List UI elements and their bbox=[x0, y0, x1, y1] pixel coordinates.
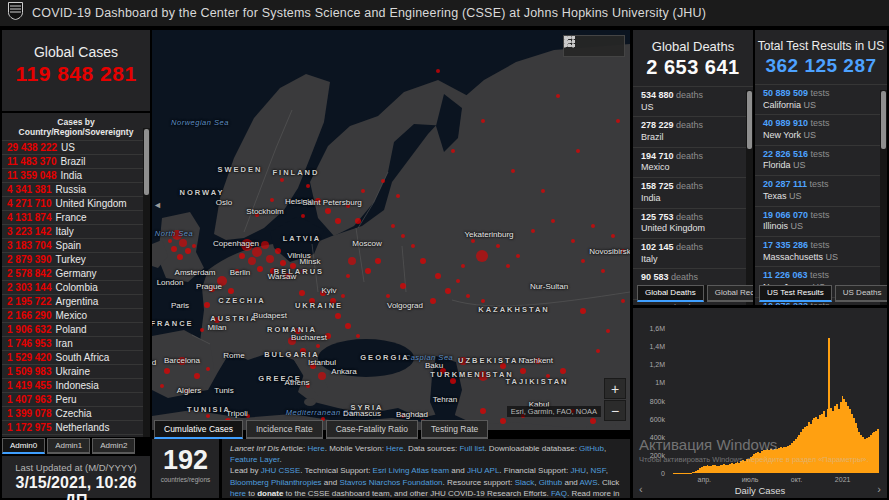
info-link[interactable]: JHU APL bbox=[467, 466, 499, 475]
case-dot[interactable] bbox=[601, 269, 605, 273]
death-row[interactable]: 102 145 deathsItaly bbox=[633, 238, 753, 268]
case-dot[interactable] bbox=[531, 229, 535, 233]
case-dot[interactable] bbox=[318, 372, 326, 380]
info-link[interactable]: Feature Layer bbox=[230, 455, 279, 464]
deaths-tab-global-recovered[interactable]: Global Recovered bbox=[707, 285, 753, 302]
chart-prev-arrow[interactable]: ‹ bbox=[639, 483, 643, 495]
case-dot[interactable] bbox=[179, 239, 187, 247]
case-row[interactable]: 4 131 874France bbox=[2, 210, 150, 224]
case-dot[interactable] bbox=[576, 149, 580, 153]
case-row[interactable]: 1 509 983Ukraine bbox=[2, 364, 150, 378]
case-dot[interactable] bbox=[261, 241, 269, 249]
case-dot[interactable] bbox=[356, 334, 360, 338]
case-dot[interactable] bbox=[248, 257, 256, 265]
case-dot[interactable] bbox=[621, 299, 625, 303]
case-dot[interactable] bbox=[177, 254, 183, 260]
case-row[interactable]: 1 399 078Czechia bbox=[2, 406, 150, 420]
case-dot[interactable] bbox=[345, 323, 351, 329]
case-dot[interactable] bbox=[280, 260, 286, 266]
case-dot[interactable] bbox=[194, 373, 200, 379]
case-dot[interactable] bbox=[420, 258, 426, 264]
admin-tab-admin2[interactable]: Admin2 bbox=[92, 438, 135, 454]
case-row[interactable]: 3 223 142Italy bbox=[2, 224, 150, 238]
case-row[interactable]: 2 578 842Germany bbox=[2, 266, 150, 280]
case-row[interactable]: 2 879 390Turkey bbox=[2, 252, 150, 266]
case-dot[interactable] bbox=[280, 178, 284, 182]
tests-tab-us-test-results[interactable]: US Test Results bbox=[759, 285, 832, 302]
deaths-scrollbar-thumb[interactable] bbox=[747, 91, 752, 149]
basemap-grid-icon[interactable] bbox=[606, 38, 622, 54]
case-dot[interactable] bbox=[299, 290, 305, 296]
case-dot[interactable] bbox=[480, 408, 486, 414]
case-row[interactable]: 1 746 953Iran bbox=[2, 336, 150, 350]
case-row[interactable]: 1 172 975Netherlands bbox=[2, 420, 150, 434]
case-dot[interactable] bbox=[596, 349, 600, 353]
case-dot[interactable] bbox=[411, 244, 415, 248]
case-dot[interactable] bbox=[400, 283, 406, 289]
deaths-scrollbar[interactable] bbox=[746, 90, 753, 305]
info-link[interactable]: Here bbox=[386, 444, 403, 453]
case-row[interactable]: 11 359 048India bbox=[2, 168, 150, 182]
case-row[interactable]: 29 438 222US bbox=[2, 140, 150, 154]
case-dot[interactable] bbox=[520, 368, 526, 374]
case-dot[interactable] bbox=[560, 368, 566, 374]
case-row[interactable]: 1 407 963Peru bbox=[2, 392, 150, 406]
case-row[interactable]: 1 906 632Poland bbox=[2, 322, 150, 336]
case-dot[interactable] bbox=[391, 224, 395, 228]
info-link[interactable]: Github bbox=[539, 478, 563, 487]
case-dot[interactable] bbox=[204, 302, 210, 308]
map-tab-incidence-rate[interactable]: Incidence Rate bbox=[246, 420, 323, 439]
case-dot[interactable] bbox=[581, 259, 585, 263]
info-link[interactable]: Esri Living Atlas team bbox=[373, 466, 449, 475]
case-dot[interactable] bbox=[541, 189, 545, 193]
info-link[interactable]: Bloomberg Philanthropies bbox=[230, 478, 322, 487]
case-dot[interactable] bbox=[430, 298, 436, 304]
case-dot[interactable] bbox=[206, 414, 210, 418]
info-link[interactable]: FAQ bbox=[551, 489, 567, 498]
tests-scrollbar-thumb[interactable] bbox=[881, 91, 886, 149]
case-dot[interactable] bbox=[301, 214, 305, 218]
case-dot[interactable] bbox=[228, 288, 234, 294]
case-dot[interactable] bbox=[206, 367, 210, 371]
info-link[interactable]: Stavros Niarchos Foundation bbox=[339, 478, 442, 487]
test-row[interactable]: 19 066 070 testsIllinois US bbox=[755, 206, 887, 236]
case-dot[interactable] bbox=[396, 194, 400, 198]
case-row[interactable]: 3 183 704Spain bbox=[2, 238, 150, 252]
admin-tab-admin0[interactable]: Admin0 bbox=[2, 438, 45, 454]
case-dot[interactable] bbox=[451, 149, 455, 153]
case-dot[interactable] bbox=[580, 308, 586, 314]
map-tab-testing-rate[interactable]: Testing Rate bbox=[421, 420, 488, 439]
case-dot[interactable] bbox=[511, 169, 515, 173]
case-dot[interactable] bbox=[316, 344, 320, 348]
info-link[interactable]: JHU CSSE bbox=[261, 466, 301, 475]
case-dot[interactable] bbox=[325, 208, 331, 214]
world-map[interactable]: Norwegian SeaNorth SeaMediterranean SeaC… bbox=[152, 30, 630, 430]
case-dot[interactable] bbox=[335, 313, 341, 319]
info-link[interactable]: AWS bbox=[580, 478, 598, 487]
collapse-sidebar-arrow[interactable]: ◄ bbox=[153, 200, 162, 210]
case-dot[interactable] bbox=[257, 266, 263, 272]
case-dot[interactable] bbox=[401, 234, 405, 238]
case-row[interactable]: 4 341 381Russia bbox=[2, 182, 150, 196]
zoom-out-button[interactable]: − bbox=[604, 400, 626, 421]
case-dot[interactable] bbox=[386, 294, 390, 298]
info-link[interactable]: Slack bbox=[515, 478, 535, 487]
case-dot[interactable] bbox=[450, 378, 456, 384]
case-dot[interactable] bbox=[461, 264, 465, 268]
chart-bars[interactable] bbox=[669, 328, 879, 473]
map-tab-case-fatality-ratio[interactable]: Case-Fatality Ratio bbox=[326, 420, 418, 439]
case-dot[interactable] bbox=[348, 257, 356, 265]
case-dot[interactable] bbox=[185, 248, 191, 254]
test-row[interactable]: 40 989 910 testsNew York US bbox=[755, 114, 887, 144]
case-dot[interactable] bbox=[306, 184, 310, 188]
cases-scrollbar-thumb[interactable] bbox=[144, 129, 149, 195]
case-row[interactable]: 11 483 370Brazil bbox=[2, 154, 150, 168]
case-dot[interactable] bbox=[168, 239, 172, 243]
case-dot[interactable] bbox=[506, 264, 510, 268]
case-dot[interactable] bbox=[375, 258, 381, 264]
legend-icon[interactable] bbox=[586, 38, 602, 54]
test-row[interactable]: 22 826 516 testsFlorida US bbox=[755, 145, 887, 175]
case-dot[interactable] bbox=[456, 279, 460, 283]
info-link[interactable]: GitHub bbox=[579, 444, 604, 453]
admin-tab-admin1[interactable]: Admin1 bbox=[47, 438, 90, 454]
